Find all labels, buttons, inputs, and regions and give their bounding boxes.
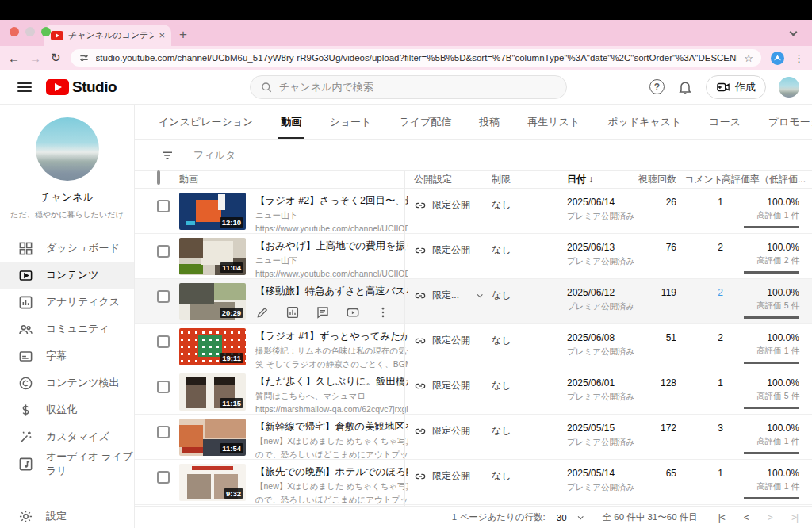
studio-brand[interactable]: Studio <box>72 78 117 96</box>
table-row[interactable]: 19:11【ラジオ #1】ずっとやってみたかったラ...撮影後記：サムネの色味は… <box>135 324 812 369</box>
column-comments[interactable]: コメント <box>684 173 723 186</box>
tab-item[interactable]: 再生リスト <box>527 105 580 140</box>
filter-input[interactable] <box>193 149 431 161</box>
row-checkbox[interactable] <box>157 200 170 212</box>
video-title[interactable]: 【新幹線で帰宅】倉敷の美観地区を見る、... <box>255 420 408 434</box>
video-thumbnail[interactable]: 11:04 <box>179 238 246 275</box>
address-bar[interactable]: studio.youtube.com/channel/UCbM6u_517yW8… <box>71 49 761 67</box>
table-row[interactable]: 11:54【新幹線で帰宅】倉敷の美観地区を見る、...【new】Xはじめました … <box>135 415 812 460</box>
video-title[interactable]: 【移動旅】特急あずさと高速バスを乗り継... <box>255 285 408 298</box>
minimize-window-button[interactable] <box>25 27 35 36</box>
tab-item[interactable]: コース <box>709 105 741 140</box>
column-visibility[interactable]: 公開設定 <box>414 173 452 186</box>
sidebar-item[interactable]: コンテンツ <box>0 262 134 289</box>
comments-cell[interactable]: 1 <box>718 377 723 388</box>
tab-item[interactable]: プロモーション <box>768 105 812 140</box>
sidebar-item[interactable]: アナリティクス <box>0 289 134 316</box>
column-views[interactable]: 視聴回数 <box>638 173 676 186</box>
video-title[interactable]: 【旅先での晩酌】ホテルでのほろ酔いの夜... <box>255 465 408 479</box>
visibility-cell[interactable]: 限定公開 <box>414 243 470 257</box>
notifications-bell-icon[interactable] <box>677 79 693 95</box>
column-rating[interactable]: 高評価率（低評価... <box>722 173 806 186</box>
select-all-checkbox[interactable] <box>157 170 160 185</box>
first-page-button[interactable]: |< <box>718 512 725 523</box>
video-thumbnail[interactable]: 12:10 <box>179 193 246 230</box>
row-checkbox[interactable] <box>157 245 170 258</box>
channel-search-box[interactable] <box>250 75 567 99</box>
zoom-window-button[interactable] <box>41 27 51 36</box>
comments-cell[interactable]: 2 <box>718 332 723 343</box>
site-info-icon[interactable] <box>79 52 90 63</box>
sidebar-item[interactable]: コミュニティ <box>0 316 134 342</box>
tab-item[interactable]: 投稿 <box>479 105 500 140</box>
table-row[interactable]: 11:04【おみやげ】上高地での費用を振り返る&...ニュー山下https://… <box>135 234 812 279</box>
hamburger-menu-icon[interactable] <box>17 82 32 92</box>
row-checkbox[interactable] <box>157 381 170 393</box>
create-button[interactable]: 作成 <box>706 75 766 99</box>
tab-search-chevron-icon[interactable] <box>787 26 801 40</box>
video-thumbnail[interactable]: 11:15 <box>179 373 246 411</box>
visibility-cell[interactable]: 限定公開 <box>414 469 470 483</box>
bookmark-star-icon[interactable]: ☆ <box>744 52 753 64</box>
channel-avatar[interactable] <box>36 117 99 181</box>
visibility-cell[interactable]: 限定公開 <box>414 424 470 438</box>
comments-cell[interactable]: 3 <box>718 423 723 434</box>
watch-on-youtube-icon[interactable] <box>346 305 360 319</box>
prev-page-button[interactable]: < <box>744 512 749 523</box>
help-icon[interactable]: ? <box>649 79 665 94</box>
visibility-cell[interactable]: 限定公開 <box>414 198 470 212</box>
tab-active[interactable]: 動画 <box>281 105 301 140</box>
visibility-cell[interactable]: 限定公開 <box>414 379 470 392</box>
account-avatar[interactable] <box>779 77 799 98</box>
browser-tab[interactable]: チャンネルのコンテンツ - YouTu × <box>44 25 171 46</box>
edit-icon[interactable] <box>255 305 270 319</box>
video-thumbnail[interactable]: 20:29 <box>179 283 246 320</box>
row-checkbox[interactable] <box>157 471 170 484</box>
sidebar-item[interactable]: 字幕 <box>0 342 134 369</box>
table-row[interactable]: 20:29【移動旅】特急あずさと高速バスを乗り継...限定...なし2025/0… <box>135 279 812 324</box>
search-input[interactable] <box>279 81 557 93</box>
video-title[interactable]: 【ラジオ #2】さっそく2回目〜、最近起き... <box>255 194 408 208</box>
sidebar-item[interactable]: ダッシュボード <box>0 235 134 262</box>
close-window-button[interactable] <box>10 27 19 36</box>
row-analytics-icon[interactable] <box>285 305 300 319</box>
table-row[interactable]: 12:10【ラジオ #2】さっそく2回目〜、最近起き...ニュー山下https:… <box>135 189 812 234</box>
visibility-cell[interactable]: 限定... <box>414 289 481 302</box>
column-video[interactable]: 動画 <box>179 173 198 186</box>
sidebar-item[interactable]: カスタマイズ <box>0 423 134 450</box>
new-tab-button[interactable]: + <box>179 27 187 43</box>
visibility-dropdown-chevron-icon[interactable] <box>477 292 483 297</box>
column-date[interactable]: 日付 ↓ <box>567 173 593 186</box>
browser-menu-icon[interactable]: ⋮ <box>794 52 804 64</box>
tab-close-icon[interactable]: × <box>159 29 165 41</box>
row-checkbox[interactable] <box>157 290 170 303</box>
tab-item[interactable]: ポッドキャスト <box>607 105 681 140</box>
visibility-cell[interactable]: 限定公開 <box>414 334 470 347</box>
video-thumbnail[interactable]: 11:54 <box>179 419 246 456</box>
table-row[interactable]: 11:15【ただ歩く】久しぶりに。飯田橋から秋葉...質問はこちらへ、マシュマロ… <box>135 369 812 415</box>
tab-item[interactable]: ライブ配信 <box>399 105 451 140</box>
table-row[interactable]: 9:32【旅先での晩酌】ホテルでのほろ酔いの夜...【new】Xはじめました め… <box>135 460 812 505</box>
sidebar-item[interactable]: 収益化 <box>0 396 134 423</box>
kebab-menu-icon[interactable] <box>376 305 390 319</box>
tab-item[interactable]: ショート <box>329 105 371 140</box>
tab-item[interactable]: インスピレーション <box>159 105 253 140</box>
comments-cell[interactable]: 1 <box>718 468 723 479</box>
back-button[interactable]: ← <box>8 52 20 65</box>
sidebar-item[interactable]: 設定 <box>0 503 134 528</box>
comments-cell[interactable]: 2 <box>718 242 723 253</box>
comments-cell[interactable]: 2 <box>718 287 723 298</box>
video-thumbnail[interactable]: 19:11 <box>179 328 246 365</box>
rows-per-page-value[interactable]: 30 <box>557 513 567 522</box>
video-thumbnail[interactable]: 9:32 <box>179 464 246 501</box>
comments-cell[interactable]: 1 <box>718 197 723 208</box>
comments-icon[interactable] <box>316 305 330 319</box>
reload-button[interactable]: ↻ <box>51 51 61 65</box>
row-checkbox[interactable] <box>157 426 170 438</box>
rows-per-page-chevron-icon[interactable] <box>577 514 583 519</box>
column-restrictions[interactable]: 制限 <box>492 173 511 186</box>
video-title[interactable]: 【ただ歩く】久しぶりに。飯田橋から秋葉... <box>255 375 408 388</box>
video-title[interactable]: 【おみやげ】上高地での費用を振り返る&... <box>255 239 408 253</box>
video-title[interactable]: 【ラジオ #1】ずっとやってみたかったラ... <box>255 330 408 343</box>
youtube-logo-icon[interactable] <box>46 79 69 95</box>
